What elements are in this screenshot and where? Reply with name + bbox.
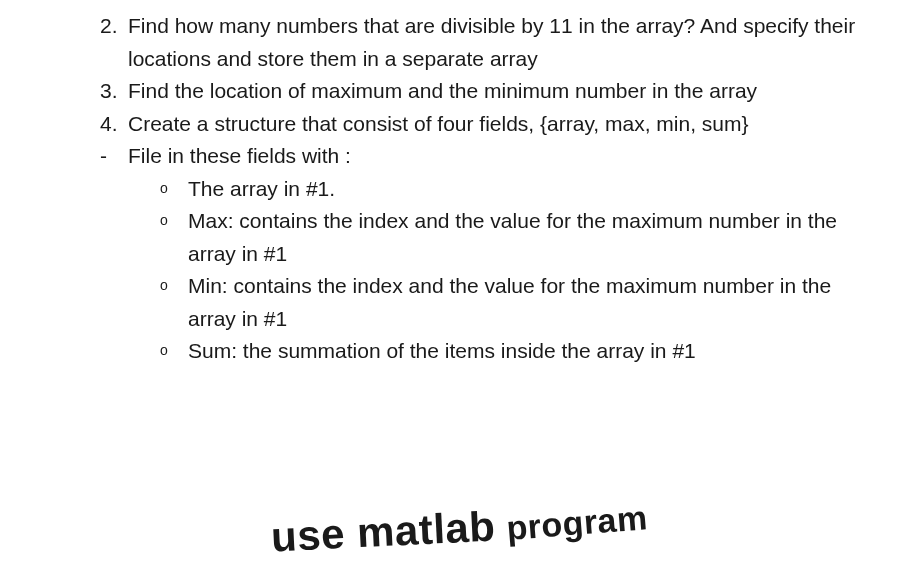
list-text: Find how many numbers that are divisible… bbox=[128, 10, 892, 75]
footer-program-text: program bbox=[505, 491, 650, 555]
list-marker: 2. bbox=[100, 10, 128, 75]
sublist-marker: o bbox=[160, 270, 188, 335]
list-marker: 4. bbox=[100, 108, 128, 141]
dash-text: File in these fields with : bbox=[128, 140, 892, 173]
list-item-4: 4. Create a structure that consist of fo… bbox=[100, 108, 892, 141]
dash-marker: - bbox=[100, 140, 128, 173]
sublist-text: Min: contains the index and the value fo… bbox=[188, 270, 892, 335]
footer-note: use matlab program bbox=[0, 499, 922, 564]
sublist-marker: o bbox=[160, 173, 188, 206]
list-item-2: 2. Find how many numbers that are divisi… bbox=[100, 10, 892, 75]
sublist-marker: o bbox=[160, 205, 188, 270]
list-item-3: 3. Find the location of maximum and the … bbox=[100, 75, 892, 108]
footer-main-text: use matlab bbox=[270, 493, 497, 569]
sublist-text: The array in #1. bbox=[188, 173, 892, 206]
sublist-text: Sum: the summation of the items inside t… bbox=[188, 335, 892, 368]
list-item-dash: - File in these fields with : bbox=[100, 140, 892, 173]
sublist-item: o Max: contains the index and the value … bbox=[160, 205, 892, 270]
list-text: Find the location of maximum and the min… bbox=[128, 75, 892, 108]
sublist-item: o Min: contains the index and the value … bbox=[160, 270, 892, 335]
list-text: Create a structure that consist of four … bbox=[128, 108, 892, 141]
list-marker: 3. bbox=[100, 75, 128, 108]
sublist-text: Max: contains the index and the value fo… bbox=[188, 205, 892, 270]
sublist-item: o Sum: the summation of the items inside… bbox=[160, 335, 892, 368]
sublist-item: o The array in #1. bbox=[160, 173, 892, 206]
sublist-marker: o bbox=[160, 335, 188, 368]
